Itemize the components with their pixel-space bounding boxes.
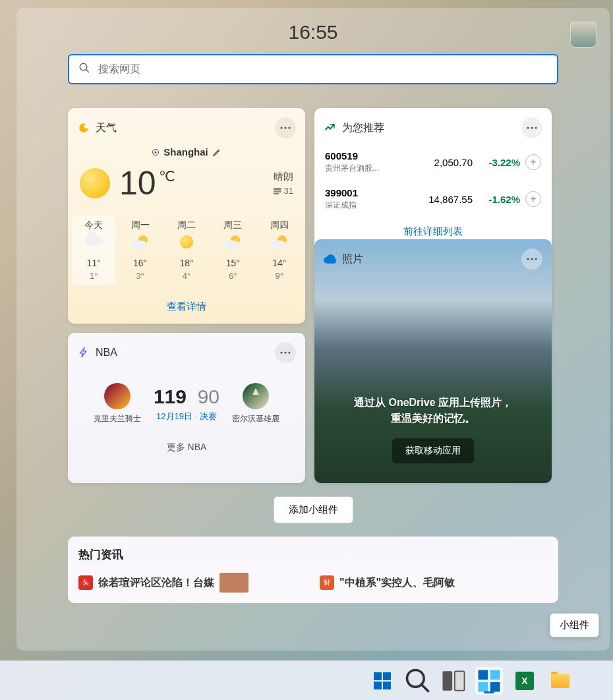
- excel-button[interactable]: X: [510, 666, 539, 695]
- add-stock-button[interactable]: +: [525, 191, 541, 207]
- photos-card[interactable]: 照片 通过从 OneDrive 应用上传照片，重温美好的记忆。 获取移动应用: [314, 239, 552, 483]
- news-source-icon: 财: [320, 575, 334, 590]
- more-nba-link[interactable]: 更多 NBA: [68, 430, 305, 465]
- clock-time: 16:55: [68, 21, 558, 44]
- news-card[interactable]: 热门资讯 头 徐若瑄评论区沦陷！台媒 财 "中植系"实控人、毛阿敏: [68, 537, 558, 603]
- bucks-logo-icon: [243, 383, 269, 409]
- weather-location[interactable]: Shanghai: [68, 146, 305, 158]
- svg-rect-23: [443, 671, 453, 690]
- nba-icon: [77, 346, 90, 359]
- weather-details-link[interactable]: 查看详情: [68, 293, 305, 324]
- news-item[interactable]: 头 徐若瑄评论区沦陷！台媒: [78, 573, 306, 593]
- svg-line-1: [86, 69, 89, 73]
- file-explorer-button[interactable]: [546, 666, 575, 695]
- svg-rect-28: [490, 682, 500, 691]
- weather-icon: [77, 121, 90, 134]
- forecast-day[interactable]: 今天11°1°: [72, 216, 115, 285]
- widgets-tooltip: 小组件: [550, 613, 599, 637]
- svg-point-3: [84, 124, 89, 129]
- photos-prompt: 通过从 OneDrive 应用上传照片，重温美好的记忆。: [354, 395, 512, 426]
- search-bar[interactable]: [68, 54, 558, 84]
- forecast-row: 今天11°1°周一16°3°周二18°4°周三15°6°周四14°9°: [68, 212, 305, 293]
- news-title: 热门资讯: [78, 547, 548, 562]
- photos-more-button[interactable]: [521, 248, 542, 270]
- location-icon: [152, 148, 160, 156]
- nba-team-2: 密尔沃基雄鹿: [227, 383, 284, 424]
- widgets-button[interactable]: [475, 666, 504, 695]
- news-thumb: [219, 573, 248, 593]
- svg-rect-10: [274, 190, 281, 192]
- nba-match-info: 12月19日 · 决赛: [154, 411, 219, 423]
- task-view-icon: [439, 666, 468, 695]
- current-temp: 10℃: [119, 164, 156, 202]
- add-stock-button[interactable]: +: [525, 154, 541, 170]
- svg-point-0: [80, 63, 87, 71]
- stocks-title: 为您推荐: [342, 121, 384, 135]
- get-mobile-app-button[interactable]: 获取移动应用: [392, 438, 474, 463]
- weather-more-button[interactable]: [275, 117, 296, 138]
- svg-point-19: [531, 258, 533, 260]
- nba-more-button[interactable]: [275, 342, 296, 363]
- news-source-icon: 头: [78, 575, 93, 590]
- folder-icon: [551, 674, 569, 688]
- weather-condition: 晴朗: [274, 171, 293, 183]
- start-button[interactable]: [368, 666, 397, 695]
- news-item[interactable]: 财 "中植系"实控人、毛阿敏: [320, 573, 548, 593]
- stocks-more-button[interactable]: [521, 117, 542, 138]
- nba-team-1: 克里夫兰骑士: [89, 383, 146, 424]
- forecast-day[interactable]: 周三15°6°: [211, 216, 254, 285]
- pencil-icon[interactable]: [212, 148, 221, 157]
- nba-score: 119 90: [154, 386, 219, 408]
- svg-point-4: [280, 127, 282, 129]
- svg-line-22: [422, 684, 429, 691]
- weather-title: 天气: [96, 121, 117, 135]
- stock-row[interactable]: 399001深证成指14,867.55-1.62%+: [314, 181, 552, 218]
- search-icon: [403, 666, 432, 695]
- svg-rect-9: [274, 188, 281, 190]
- onedrive-icon: [324, 252, 337, 266]
- svg-point-15: [280, 351, 282, 353]
- forecast-day[interactable]: 周一16°3°: [118, 216, 161, 285]
- task-view-button[interactable]: [439, 666, 468, 695]
- svg-rect-26: [490, 670, 500, 680]
- svg-rect-11: [274, 193, 279, 194]
- svg-rect-27: [479, 682, 488, 691]
- svg-point-17: [288, 351, 290, 353]
- taskbar-search-button[interactable]: [403, 666, 432, 695]
- windows-logo-icon: [374, 672, 391, 689]
- photos-title: 照片: [342, 252, 363, 266]
- widgets-panel: 16:55 天气 Shanghai: [16, 8, 610, 651]
- stocks-icon: [324, 121, 337, 134]
- svg-point-6: [288, 127, 290, 129]
- search-input[interactable]: [98, 63, 548, 75]
- forecast-day[interactable]: 周二18°4°: [165, 216, 208, 285]
- svg-point-5: [284, 127, 286, 129]
- svg-rect-25: [479, 670, 488, 680]
- svg-point-12: [527, 127, 529, 129]
- taskbar: X: [0, 660, 613, 700]
- svg-point-20: [535, 258, 537, 260]
- add-widget-button[interactable]: 添加小组件: [274, 496, 353, 523]
- svg-point-13: [531, 127, 533, 129]
- weather-card[interactable]: 天气 Shanghai 10℃ 晴朗 31: [68, 108, 305, 324]
- svg-point-14: [535, 127, 537, 129]
- excel-icon: X: [515, 672, 534, 690]
- svg-point-21: [407, 670, 424, 687]
- stock-row[interactable]: 600519贵州茅台酒股...2,050.70-3.22%+: [314, 144, 552, 181]
- nba-card[interactable]: NBA 克里夫兰骑士 119 90 12月19日 · 决赛: [68, 333, 305, 483]
- weather-aqi: 31: [274, 186, 293, 196]
- nba-title: NBA: [96, 347, 117, 359]
- svg-point-16: [284, 351, 286, 353]
- user-avatar[interactable]: [570, 21, 597, 47]
- svg-point-18: [527, 258, 529, 260]
- svg-rect-24: [455, 671, 465, 690]
- svg-point-7: [155, 151, 157, 153]
- cavaliers-logo-icon: [104, 383, 131, 409]
- search-icon: [78, 62, 90, 76]
- sun-icon: [80, 168, 110, 198]
- forecast-day[interactable]: 周四14°9°: [258, 216, 301, 285]
- widgets-icon: [475, 666, 504, 695]
